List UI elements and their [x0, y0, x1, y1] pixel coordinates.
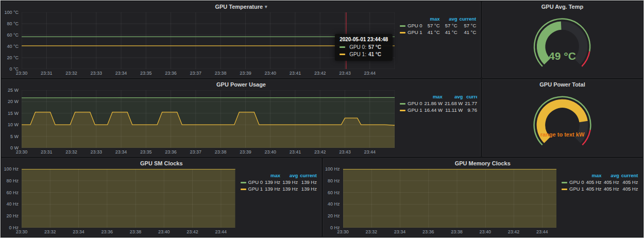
series-swatch-icon: [241, 182, 246, 183]
tooltip-series-value: 41 °C: [368, 51, 381, 58]
legend-header-spacer: [399, 15, 423, 22]
series-swatch-icon: [241, 189, 246, 190]
x-axis-tick: 23:31: [41, 149, 53, 155]
x-axis-tick: 23:32: [44, 229, 56, 234]
legend-column-header[interactable]: avg: [603, 172, 620, 179]
legend-value: 41 °C: [423, 29, 441, 36]
legend-column-header[interactable]: max: [264, 172, 281, 179]
legend-series-name[interactable]: GPU 0: [399, 22, 423, 29]
legend-row: GPU 0405 Hz405 Hz405 Hz: [561, 179, 639, 185]
x-axis-tick: 23:40: [480, 229, 492, 234]
legend-series-name[interactable]: GPU 0: [240, 179, 264, 185]
series-swatch-icon: [400, 103, 405, 105]
legend-column-header[interactable]: max: [423, 15, 441, 22]
tooltip-timestamp: 2020-05-01 23:44:48: [340, 37, 388, 42]
gauge-value: range to text kW: [540, 131, 585, 138]
legend-column-header[interactable]: avg: [441, 15, 459, 22]
legend-column-header[interactable]: avg: [444, 93, 464, 100]
panel-header-gpu-temperature[interactable]: GPU Temperature ▾: [2, 2, 480, 11]
plot-area[interactable]: [22, 169, 235, 228]
y-axis: 100 °C80 °C60 °C40 °C20 °C0 °C: [3, 12, 22, 69]
legend-column-header[interactable]: avg: [281, 172, 299, 179]
plot-area[interactable]: 2020-05-01 23:44:48 GPU 0: 57 °C GPU 1: …: [22, 12, 395, 69]
x-axis-tick: 23:33: [91, 149, 103, 155]
x-axis-tick: 23:36: [165, 71, 177, 76]
legend-value: 139 Hz: [299, 185, 317, 192]
gauge-arc-svg: [516, 13, 608, 76]
x-axis-tick: 23:30: [16, 71, 28, 76]
panel-gpu-avg-temp: GPU Avg. Temp 49 °C: [482, 2, 642, 78]
power-total-gauge: range to text kW: [483, 89, 642, 156]
x-axis-tick: 23:34: [115, 149, 127, 155]
panel-title: GPU Power Usage: [216, 81, 266, 88]
series-swatch-icon: [400, 25, 405, 27]
x-axis-tick: 23:43: [339, 149, 351, 155]
dashboard-row-1: GPU Temperature ▾ 100 °C80 °C60 °C40 °C2…: [2, 2, 642, 78]
legend-series-name[interactable]: GPU 1: [240, 185, 264, 192]
x-axis-tick: 23:37: [190, 149, 202, 155]
chart-tooltip: 2020-05-01 23:44:48 GPU 0: 57 °C GPU 1: …: [335, 34, 393, 61]
legend-series-name[interactable]: GPU 0: [399, 100, 423, 107]
x-axis-tick: 23:34: [115, 71, 127, 76]
legend-series-name[interactable]: GPU 1: [561, 185, 585, 192]
legend-series-name[interactable]: GPU 0: [561, 179, 585, 185]
legend-column-header[interactable]: current: [464, 93, 477, 100]
memory-clocks-chart: 100 Hz80 Hz60 Hz40 Hz20 Hz0 Hz 23:3023:3…: [325, 169, 557, 235]
x-axis-tick: 23:43: [339, 71, 351, 76]
panel-header-gpu-sm-clocks[interactable]: GPU SM Clocks: [2, 159, 321, 168]
panel-header-gpu-power-total[interactable]: GPU Power Total: [483, 80, 642, 89]
legend-value: 57 °C: [423, 22, 441, 29]
legend-table: maxavgcurrentGPU 0405 Hz405 Hz405 HzGPU …: [561, 172, 639, 192]
panel-gpu-memory-clocks: GPU Memory Clocks 100 Hz80 Hz60 Hz40 Hz2…: [323, 158, 643, 236]
temperature-chart: 100 °C80 °C60 °C40 °C20 °C0 °C 2020-05-0…: [3, 12, 395, 76]
x-axis-tick: 23:37: [190, 71, 202, 76]
legend-value: 139 Hz: [264, 179, 281, 185]
legend-value: 9.76 W: [464, 107, 477, 113]
legend-table: maxavgcurrentGPU 057 °C57 °C57 °CGPU 141…: [399, 15, 477, 36]
x-axis-tick: 23:36: [165, 149, 177, 155]
legend-value: 21.77 W: [464, 100, 477, 107]
dashboard-row-2: GPU Power Usage 25 W20 W15 W10 W5 W0 W 2…: [2, 79, 642, 157]
panel-header-gpu-memory-clocks[interactable]: GPU Memory Clocks: [324, 159, 642, 168]
legend-value: 57 °C: [441, 22, 459, 29]
legend-value: 405 Hz: [620, 185, 639, 192]
series-swatch-icon: [400, 32, 405, 33]
legend-column-header[interactable]: max: [585, 172, 603, 179]
x-axis-tick: 23:33: [91, 71, 103, 76]
power-chart: 25 W20 W15 W10 W5 W0 W 23:3023:3123:3223…: [3, 90, 395, 155]
gauge-value: 49 °C: [549, 50, 576, 62]
legend: maxavgcurrentGPU 0405 Hz405 Hz405 HzGPU …: [556, 169, 639, 235]
legend-value: 405 Hz: [585, 179, 603, 185]
x-axis-tick: 23:42: [187, 229, 198, 234]
legend-series-name[interactable]: GPU 1: [399, 29, 423, 36]
legend-column-header[interactable]: current: [299, 172, 317, 179]
panel-header-gpu-avg-temp[interactable]: GPU Avg. Temp: [483, 2, 642, 11]
legend-column-header[interactable]: current: [459, 15, 477, 22]
gauge-arc-svg: [515, 91, 609, 155]
legend: maxavgcurrentGPU 021.86 W21.68 W21.77 WG…: [395, 90, 477, 155]
legend-row: GPU 1139 Hz139 Hz139 Hz: [240, 185, 318, 192]
legend-series-name[interactable]: GPU 1: [399, 107, 423, 113]
x-axis-tick: 23:34: [394, 229, 406, 234]
tooltip-series-value: 57 °C: [368, 44, 381, 51]
memory-clocks-chart-svg: [343, 169, 557, 228]
panel-title: GPU Memory Clocks: [455, 160, 511, 166]
legend-column-header[interactable]: max: [423, 93, 444, 100]
plot-area[interactable]: [22, 90, 395, 148]
sm-clocks-chart-svg: [22, 169, 235, 228]
series-swatch-icon: [400, 110, 405, 111]
x-axis: 23:3023:3223:3423:3623:3823:4023:4223:44: [22, 228, 235, 235]
panel-gpu-power-total: GPU Power Total range to text kW: [482, 79, 642, 157]
series-swatch-icon: [340, 54, 345, 55]
legend-value: 41 °C: [459, 29, 477, 36]
chevron-down-icon[interactable]: ▾: [265, 4, 267, 9]
legend-column-header[interactable]: current: [620, 172, 639, 179]
plot-area[interactable]: [343, 169, 557, 228]
panel-header-gpu-power-usage[interactable]: GPU Power Usage: [2, 80, 480, 89]
x-axis-tick: 23:32: [366, 229, 378, 234]
x-axis-tick: 23:40: [264, 71, 276, 76]
legend-value: 139 Hz: [299, 179, 317, 185]
x-axis-tick: 23:39: [240, 71, 251, 76]
legend-value: 11.11 W: [444, 107, 464, 113]
legend-value: 16.44 W: [423, 107, 444, 113]
